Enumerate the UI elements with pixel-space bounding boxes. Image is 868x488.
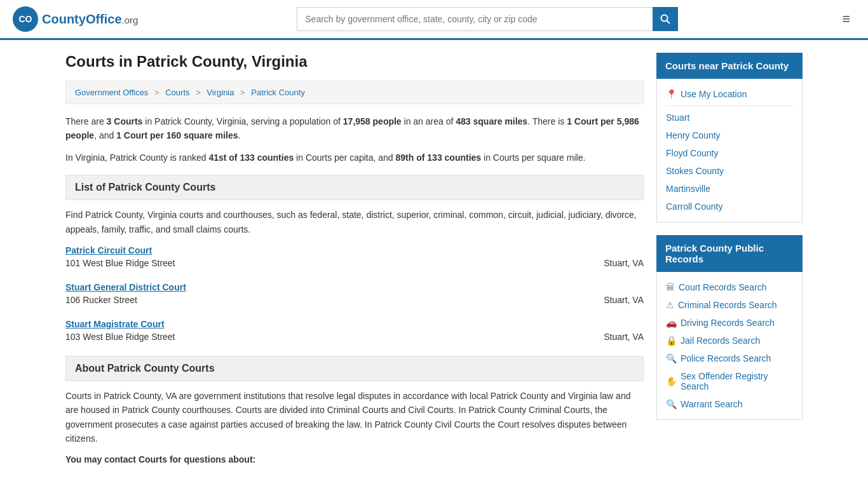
nearby-link-use-location[interactable]: 📍 Use My Location [666, 85, 793, 103]
court-city-2: Stuart, VA [604, 332, 644, 342]
court-entry-1: Stuart General District Court 106 Rucker… [65, 282, 644, 308]
court-details-0: 101 West Blue Ridge Street Stuart, VA [65, 258, 644, 268]
warrant-icon: 🔍 [666, 399, 677, 409]
sex-offender-icon: ✋ [666, 376, 677, 386]
about-section-header: About Patrick County Courts [65, 356, 644, 381]
search-button[interactable] [653, 7, 678, 31]
records-link-court[interactable]: 🏛 Court Records Search [666, 278, 793, 296]
search-area [297, 7, 678, 31]
nearby-link-martinsville[interactable]: Martinsville [666, 180, 793, 198]
nearby-link-stuart[interactable]: Stuart [666, 109, 793, 126]
breadcrumb-virginia[interactable]: Virginia [207, 88, 234, 97]
list-section-desc: Find Patrick County, Virginia courts and… [65, 208, 644, 236]
records-label-sex-offender: Sex Offender Registry Search [681, 371, 793, 391]
court-details-2: 103 West Blue Ridge Street Stuart, VA [65, 332, 644, 342]
records-link-jail[interactable]: 🔒 Jail Records Search [666, 332, 793, 349]
breadcrumb-patrick-county[interactable]: Patrick County [251, 88, 305, 97]
about-text-2: You may contact Courts for questions abo… [65, 452, 644, 466]
nearby-label-martinsville: Martinsville [666, 184, 710, 194]
content-area: Courts in Patrick County, Virginia Gover… [65, 53, 644, 473]
court-count: 3 Courts [107, 116, 143, 126]
court-address-0: 101 West Blue Ridge Street [65, 258, 175, 268]
svg-text:CO: CO [19, 14, 32, 24]
breadcrumb-sep-1: > [154, 88, 159, 97]
nearby-link-floyd[interactable]: Floyd County [666, 144, 793, 162]
nearby-link-stokes[interactable]: Stokes County [666, 162, 793, 180]
court-name-2[interactable]: Stuart Magistrate Court [65, 319, 644, 329]
header: CO CountyOffice.org ≡ [0, 0, 868, 40]
nearby-section: Courts near Patrick County 📍 Use My Loca… [656, 53, 803, 222]
breadcrumb: Government Offices > Courts > Virginia >… [65, 81, 644, 104]
records-link-warrant[interactable]: 🔍 Warrant Search [666, 395, 793, 413]
records-link-criminal[interactable]: ⚠ Criminal Records Search [666, 296, 793, 314]
court-details-1: 106 Rucker Street Stuart, VA [65, 295, 644, 305]
records-link-police[interactable]: 🔍 Police Records Search [666, 349, 793, 367]
svg-point-2 [661, 15, 668, 22]
records-label-driving: Driving Records Search [681, 318, 775, 328]
police-records-icon: 🔍 [666, 353, 677, 363]
logo-text: CountyOffice.org [42, 12, 138, 27]
population: 17,958 people [343, 116, 402, 126]
records-link-sex-offender[interactable]: ✋ Sex Offender Registry Search [666, 367, 793, 395]
records-title: Patrick County Public Records [656, 235, 803, 272]
jail-records-icon: 🔒 [666, 336, 677, 346]
logo-area: CO CountyOffice.org [13, 6, 138, 32]
nearby-label-use-location: Use My Location [681, 89, 747, 99]
area: 483 square miles [456, 116, 527, 126]
court-entry-2: Stuart Magistrate Court 103 West Blue Ri… [65, 319, 644, 344]
intro-para-1: There are 3 Courts in Patrick County, Vi… [65, 114, 644, 143]
per-sqmile: 1 Court per 160 square miles [116, 130, 238, 140]
logo-icon: CO [13, 6, 38, 32]
nearby-title: Courts near Patrick County [656, 53, 803, 79]
main-container: Courts in Patrick County, Virginia Gover… [53, 40, 815, 485]
breadcrumb-gov-offices[interactable]: Government Offices [75, 88, 148, 97]
records-label-court: Court Records Search [679, 282, 767, 292]
court-name-0[interactable]: Patrick Circuit Court [65, 245, 644, 255]
nearby-label-stuart: Stuart [666, 112, 689, 123]
driving-records-icon: 🚗 [666, 318, 677, 328]
court-address-1: 106 Rucker Street [65, 295, 137, 305]
records-label-warrant: Warrant Search [681, 399, 743, 409]
breadcrumb-sep-3: > [240, 88, 245, 97]
search-input[interactable] [297, 7, 653, 31]
about-text-1: Courts in Patrick County, VA are governm… [65, 389, 644, 446]
breadcrumb-sep-2: > [196, 88, 201, 97]
svg-line-3 [667, 21, 670, 24]
menu-button[interactable]: ≡ [837, 8, 855, 30]
court-address-2: 103 West Blue Ridge Street [65, 332, 175, 342]
contact-label: You may contact Courts for questions abo… [65, 454, 255, 464]
header-right: ≡ [837, 8, 855, 30]
court-name-1[interactable]: Stuart General District Court [65, 282, 644, 292]
page-title: Courts in Patrick County, Virginia [65, 53, 644, 71]
nearby-label-henry: Henry County [666, 130, 721, 140]
nearby-content: 📍 Use My Location Stuart Henry County Fl… [656, 79, 803, 222]
court-city-0: Stuart, VA [604, 258, 644, 268]
nearby-link-carroll[interactable]: Carroll County [666, 198, 793, 215]
breadcrumb-courts[interactable]: Courts [165, 88, 189, 97]
records-link-driving[interactable]: 🚗 Driving Records Search [666, 314, 793, 332]
criminal-records-icon: ⚠ [666, 300, 674, 310]
records-section: Patrick County Public Records 🏛 Court Re… [656, 235, 803, 420]
nearby-label-carroll: Carroll County [666, 201, 722, 212]
court-entry-0: Patrick Circuit Court 101 West Blue Ridg… [65, 245, 644, 271]
records-label-police: Police Records Search [681, 353, 771, 363]
location-icon: 📍 [666, 89, 677, 99]
records-content: 🏛 Court Records Search ⚠ Criminal Record… [656, 272, 803, 420]
nearby-link-henry[interactable]: Henry County [666, 126, 793, 144]
nearby-label-stokes: Stokes County [666, 166, 724, 176]
nearby-label-floyd: Floyd County [666, 148, 718, 158]
sidebar: Courts near Patrick County 📍 Use My Loca… [656, 53, 803, 473]
court-records-icon: 🏛 [666, 282, 675, 292]
intro-para-2: In Virginia, Patrick County is ranked 41… [65, 151, 644, 165]
court-city-1: Stuart, VA [604, 295, 644, 305]
rank-1: 41st of 133 counties [208, 152, 294, 163]
records-label-criminal: Criminal Records Search [678, 300, 777, 310]
records-label-jail: Jail Records Search [681, 336, 760, 346]
rank-2: 89th of 133 counties [396, 152, 482, 163]
list-section-header: List of Patrick County Courts [65, 175, 644, 200]
